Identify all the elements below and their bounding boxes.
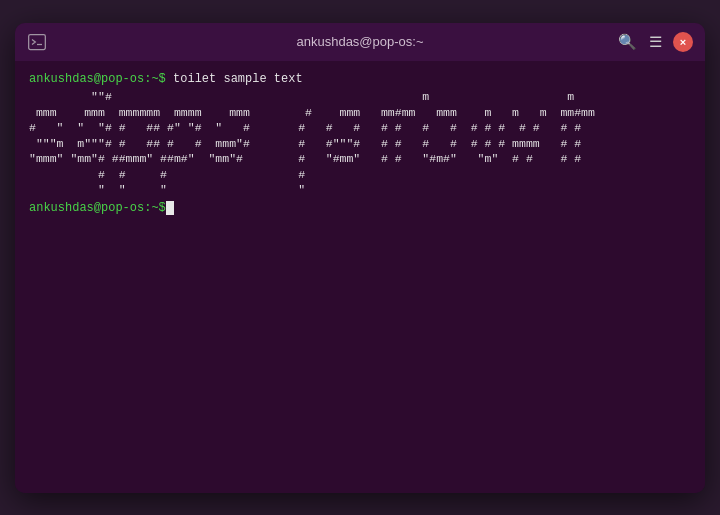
titlebar-left	[27, 32, 47, 52]
command-text: toilet sample text	[166, 72, 303, 86]
ascii-art-output: ""# m m mmm mmm mmmmmm mmmm mmm # mmm mm…	[29, 89, 691, 198]
prompt2: ankushdas@pop-os:~$	[29, 201, 166, 215]
terminal-window: ankushdas@pop-os:~ 🔍 ☰ × ankushdas@pop-o…	[15, 23, 705, 493]
cursor	[166, 201, 174, 215]
svg-rect-0	[29, 34, 46, 49]
titlebar-controls: 🔍 ☰ ×	[617, 32, 693, 52]
prompt1: ankushdas@pop-os:~$	[29, 72, 166, 86]
search-button[interactable]: 🔍	[617, 32, 637, 52]
command-line: ankushdas@pop-os:~$ toilet sample text	[29, 71, 691, 88]
terminal-icon	[27, 32, 47, 52]
titlebar: ankushdas@pop-os:~ 🔍 ☰ ×	[15, 23, 705, 61]
window-title: ankushdas@pop-os:~	[296, 34, 423, 49]
terminal-body[interactable]: ankushdas@pop-os:~$ toilet sample text "…	[15, 61, 705, 493]
menu-button[interactable]: ☰	[645, 32, 665, 52]
close-button[interactable]: ×	[673, 32, 693, 52]
prompt-line: ankushdas@pop-os:~$	[29, 200, 691, 217]
